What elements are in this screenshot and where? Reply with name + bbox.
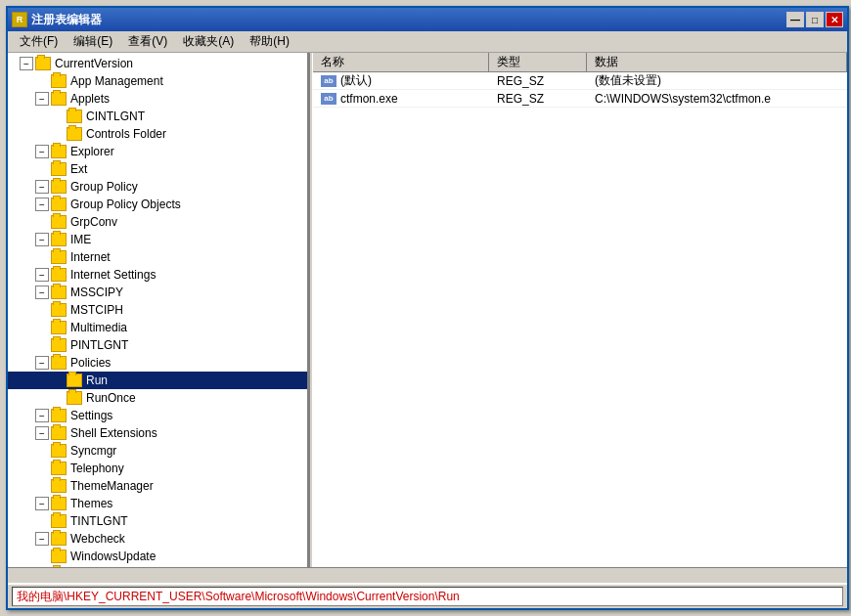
tree-item[interactable]: −Webcheck [8,530,307,548]
tree-item[interactable]: −IME [8,231,307,248]
tree-item-label: Internet Settings [70,268,156,282]
tree-item[interactable]: TINTLGNT [8,512,307,530]
reg-name-cell: abctfmon.exe [313,92,489,106]
tree-item[interactable]: Syncmgr [8,442,307,460]
tree-item[interactable]: RunOnce [8,389,307,407]
app-icon: R [12,12,27,27]
tree-item[interactable]: Internet [8,248,307,266]
tree-item[interactable]: −Shell Extensions [8,424,307,442]
tree-item[interactable]: Multimedia [8,319,307,336]
tree-expand-icon[interactable]: − [35,198,49,211]
reg-type-icon: ab [321,93,336,105]
folder-icon [51,550,67,563]
col-header-name[interactable]: 名称 [313,53,489,71]
tree-item[interactable]: Ext [8,160,307,178]
tree-expand-icon[interactable]: − [35,145,49,158]
tree-item[interactable]: ThemeManager [8,477,307,495]
window-title: 注册表编辑器 [31,12,102,28]
tree-expand-icon[interactable]: − [35,356,49,370]
horizontal-scroll[interactable] [8,567,847,583]
tree-item[interactable]: Run [8,372,307,389]
maximize-button[interactable]: □ [806,12,824,27]
tree-expand-icon[interactable]: − [35,268,49,282]
tree-item[interactable]: −Themes [8,495,307,512]
tree-item-label: GrpConv [70,215,117,229]
main-window: R 注册表编辑器 — □ ✕ 文件(F) 编辑(E) 查看(V) 收藏夹(A) … [6,6,849,610]
tree-item[interactable]: −Applets [8,90,307,108]
tree-item-label: Syncmgr [70,444,116,458]
folder-icon [51,479,67,493]
tree-item-label: Applets [70,92,110,106]
tree-item-label: CINTLGNT [86,110,145,123]
tree-item-label: App Management [70,74,163,88]
tree-expand-icon[interactable]: − [35,409,49,422]
tree-expand-icon[interactable]: − [35,426,49,440]
tree-item[interactable]: −Explorer [8,143,307,160]
tree-item-label: Controls Folder [86,127,166,141]
tree-item-label: RunOnce [86,391,136,405]
folder-icon [51,286,67,299]
tree-expand-icon[interactable]: − [35,180,49,194]
tree-expand-icon[interactable]: − [35,92,49,106]
folder-icon [67,391,82,405]
tree-item[interactable]: CINTLGNT [8,108,307,125]
folder-icon [51,321,67,334]
title-bar: R 注册表编辑器 — □ ✕ [8,8,847,31]
tree-item[interactable]: GrpConv [8,213,307,231]
tree-item-label: WindowsUpdate [70,550,156,563]
tree-item[interactable]: PINTLGNT [8,336,307,354]
folder-icon [51,338,67,352]
tree-item[interactable]: App Management [8,72,307,90]
minimize-button[interactable]: — [786,12,804,27]
reg-type-icon: ab [321,75,336,87]
folder-icon [51,180,67,194]
tree-item[interactable]: −Internet Settings [8,266,307,284]
tree-expand-icon[interactable]: − [35,286,49,299]
menu-favorites[interactable]: 收藏夹(A) [175,31,242,52]
tree-item[interactable]: −Group Policy Objects [8,196,307,213]
tree-expand-icon[interactable]: − [35,532,49,546]
tree-item-label: ThemeManager [70,479,154,493]
col-header-type[interactable]: 类型 [489,53,587,71]
tree-item[interactable]: −Policies [8,354,307,372]
close-button[interactable]: ✕ [826,12,843,27]
tree-item[interactable]: −Settings [8,407,307,424]
registry-row[interactable]: ab(默认)REG_SZ(数值未设置) [313,72,847,90]
tree-item-label: CurrentVersion [55,57,133,70]
tree-scroll[interactable]: −CurrentVersionApp Management−AppletsCIN… [8,53,307,567]
folder-icon [51,497,67,510]
tree-item-label: PINTLGNT [70,338,128,352]
registry-values[interactable]: ab(默认)REG_SZ(数值未设置)abctfmon.exeREG_SZC:\… [313,72,847,567]
tree-item[interactable]: −WinTrust [8,565,307,567]
tree-item[interactable]: Controls Folder [8,125,307,143]
tree-item[interactable]: WindowsUpdate [8,548,307,565]
tree-item[interactable]: MSTCIPH [8,301,307,319]
tree-expand-icon[interactable]: − [20,57,33,70]
menu-view[interactable]: 查看(V) [120,31,175,52]
menu-help[interactable]: 帮助(H) [242,31,297,52]
tree-item[interactable]: −Group Policy [8,178,307,196]
reg-data-cell: (数值未设置) [587,72,847,89]
tree-item-label: MSTCIPH [70,303,123,317]
tree-expand-icon[interactable]: − [35,233,49,246]
tree-expand-icon[interactable]: − [35,497,49,510]
menu-file[interactable]: 文件(F) [12,31,66,52]
folder-icon [51,198,67,211]
folder-icon [51,426,67,440]
right-pane: 名称 类型 数据 ab(默认)REG_SZ(数值未设置)abctfmon.exe… [313,53,847,567]
folder-icon [35,57,51,70]
tree-item-label: Run [86,374,108,387]
tree-item[interactable]: −MSSCIPY [8,284,307,301]
reg-name-text: ctfmon.exe [340,92,398,106]
registry-row[interactable]: abctfmon.exeREG_SZC:\WINDOWS\system32\ct… [313,90,847,108]
tree-item[interactable]: −CurrentVersion [8,55,307,72]
folder-icon [51,532,67,546]
tree-item[interactable]: Telephony [8,460,307,477]
col-header-data[interactable]: 数据 [587,53,847,71]
menu-edit[interactable]: 编辑(E) [66,31,120,52]
tree-item-label: Policies [70,356,111,370]
folder-icon [51,462,67,475]
main-content: −CurrentVersionApp Management−AppletsCIN… [8,53,847,567]
status-bar: 我的电脑\HKEY_CURRENT_USER\Software\Microsof… [8,583,847,608]
folder-icon [51,74,67,88]
